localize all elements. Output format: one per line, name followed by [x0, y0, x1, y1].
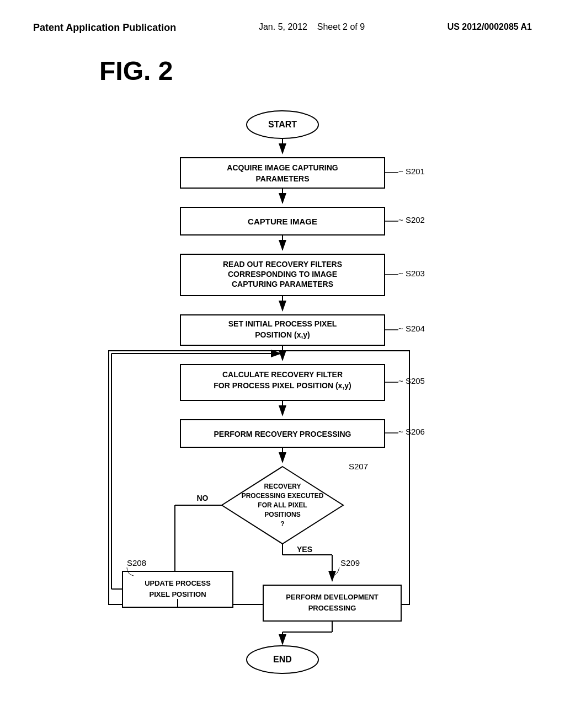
sheet-info: Sheet 2 of 9	[317, 22, 365, 31]
s203-text1: READ OUT RECOVERY FILTERS	[223, 260, 342, 269]
yes-label: YES	[297, 545, 312, 554]
s207-text5: ?	[280, 520, 284, 528]
s207-label: S207	[349, 462, 368, 471]
s204-text1: SET INITIAL PROCESS PIXEL	[228, 319, 337, 328]
s209-step-label: S209	[340, 558, 360, 568]
publication-date: Jan. 5, 2012	[259, 22, 307, 31]
s202-label: ~ S202	[398, 215, 425, 224]
publication-label: Patent Application Publication	[33, 22, 176, 34]
figure-title: FIG. 2	[99, 56, 173, 86]
page-header: Patent Application Publication Jan. 5, 2…	[0, 0, 565, 45]
s201-box	[180, 158, 385, 188]
s201-label: ~ S201	[398, 167, 425, 176]
s209-text2: PROCESSING	[308, 604, 356, 612]
s209-box	[263, 585, 401, 621]
s208-text2: PIXEL POSITION	[149, 590, 206, 598]
s206-label: ~ S206	[398, 427, 425, 436]
s204-text2: POSITION (x,y)	[255, 330, 310, 339]
s203-text3: CAPTURING PARAMETERS	[232, 280, 333, 288]
s205-text2: FOR PROCESS PIXEL POSITION (x,y)	[214, 381, 351, 390]
s206-text: PERFORM RECOVERY PROCESSING	[214, 430, 351, 438]
s207-text3: FOR ALL PIXEL	[258, 501, 307, 509]
s208-label: S208	[127, 558, 146, 568]
s203-text2: CORRESPONDING TO IMAGE	[228, 270, 337, 279]
s205-label: ~ S205	[398, 376, 425, 386]
s209-text1: PERFORM DEVELOPMENT	[286, 593, 379, 601]
s203-label: ~ S203	[398, 269, 425, 278]
s207-text1: RECOVERY	[264, 483, 301, 490]
flowchart: START ACQUIRE IMAGE CAPTURING PARAMETERS…	[67, 103, 498, 698]
s201-text: ACQUIRE IMAGE CAPTURING	[227, 163, 338, 172]
s205-text1: CALCULATE RECOVERY FILTER	[222, 370, 343, 379]
end-label: END	[273, 655, 292, 664]
s208-text1: UPDATE PROCESS	[145, 579, 211, 587]
s202-text: CAPTURE IMAGE	[248, 217, 317, 226]
s207-text2: PROCESSING EXECUTED	[242, 492, 324, 500]
s204-label: ~ S204	[398, 324, 425, 333]
publication-date-sheet: Jan. 5, 2012 Sheet 2 of 9	[259, 22, 365, 32]
s209-label-curve	[333, 568, 339, 576]
s207-text4: POSITIONS	[264, 511, 300, 518]
patent-number: US 2012/0002085 A1	[447, 22, 532, 32]
main-content: FIG. 2 START ACQUIRE IMAGE CAPTURING PAR…	[0, 45, 565, 720]
s201-text2: PARAMETERS	[256, 174, 310, 183]
start-label: START	[268, 120, 297, 129]
no-label: NO	[197, 494, 209, 502]
